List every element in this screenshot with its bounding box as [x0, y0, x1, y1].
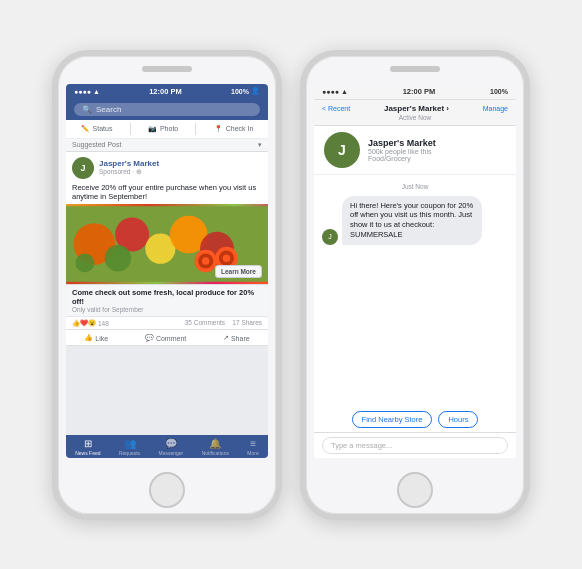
post-sponsored: Sponsored · ⊕ [99, 168, 262, 176]
user-icon: 👤 [251, 87, 260, 95]
photo-button[interactable]: 📷 Photo [148, 125, 178, 133]
checkin-button[interactable]: 📍 Check In [214, 125, 254, 133]
comments-count: 35 Comments [185, 319, 225, 326]
shares-count: 17 Shares [232, 319, 262, 326]
share-label: Share [231, 335, 250, 342]
svg-point-13 [75, 253, 94, 272]
nav-more[interactable]: ≡ More [247, 438, 258, 456]
checkin-icon: 📍 [214, 125, 223, 133]
comment-icon: 💬 [145, 334, 154, 342]
engagement-stats: 35 Comments 17 Shares [185, 319, 262, 327]
comment-label: Comment [156, 335, 186, 342]
sender-avatar: J [322, 229, 338, 245]
nav-news-feed[interactable]: ⊞ News Feed [75, 438, 100, 456]
nav-notifications[interactable]: 🔔 Notifications [202, 438, 229, 456]
post-stats: 👍❤️😮 148 35 Comments 17 Shares [66, 316, 268, 329]
notifications-label: Notifications [202, 450, 229, 456]
fb-time: 12:00 PM [149, 87, 182, 96]
business-category: Food/Grocery [368, 155, 436, 162]
search-icon: 🔍 [82, 105, 92, 114]
divider2 [195, 123, 196, 135]
home-button-2[interactable] [397, 472, 433, 508]
msg-time: 12:00 PM [403, 87, 436, 96]
messenger-screen: ●●●● ▲ 12:00 PM 100% < Recent Jasper's M… [314, 84, 516, 458]
notifications-icon: 🔔 [209, 438, 221, 449]
news-feed-icon: ⊞ [84, 438, 92, 449]
business-name: Jasper's Market [368, 138, 436, 148]
search-placeholder: Search [96, 105, 121, 114]
msg-battery: 100% [490, 88, 508, 95]
suggested-label: Suggested Post [72, 141, 121, 149]
signal-dots: ●●●● ▲ [74, 88, 100, 95]
nav-messenger[interactable]: 💬 Messenger [159, 438, 184, 456]
status-button[interactable]: ✏️ Status [81, 125, 113, 133]
chat-area: Just Now J Hi there! Here's your coupon … [314, 175, 516, 407]
suggested-banner: Suggested Post ▾ [66, 139, 268, 152]
likes-count: 148 [98, 320, 109, 327]
photo-icon: 📷 [148, 125, 157, 133]
conversation-title: Jasper's Market › [384, 104, 449, 113]
message-timestamp: Just Now [322, 183, 508, 190]
news-feed-label: News Feed [75, 450, 100, 456]
find-nearby-store-button[interactable]: Find Nearby Store [352, 411, 433, 428]
manage-button[interactable]: Manage [483, 105, 508, 112]
business-profile: J Jasper's Market 500k people like this … [314, 126, 516, 175]
business-likes: 500k people like this [368, 148, 436, 155]
back-button[interactable]: < Recent [322, 105, 350, 112]
post-image: Learn More [66, 204, 268, 284]
fb-battery: 100% 👤 [231, 87, 260, 95]
fb-status-bar: ●●●● ▲ 12:00 PM 100% 👤 [66, 84, 268, 99]
caption-title: Come check out some fresh, local produce… [72, 288, 262, 306]
messenger-phone: ●●●● ▲ 12:00 PM 100% < Recent Jasper's M… [300, 50, 530, 520]
fb-action-bar: 👍 Like 💬 Comment ↗ Share [66, 329, 268, 346]
facebook-screen: ●●●● ▲ 12:00 PM 100% 👤 🔍 Search [66, 84, 268, 458]
msg-status-bar: ●●●● ▲ 12:00 PM 100% [314, 84, 516, 100]
like-button[interactable]: 👍 Like [84, 334, 108, 342]
msg-wifi-icon: ▲ [341, 88, 348, 95]
more-icon: ≡ [250, 438, 256, 449]
post-container: J Jasper's Market Sponsored · ⊕ Receive … [66, 152, 268, 330]
fb-create-bar: ✏️ Status 📷 Photo 📍 Check In [66, 120, 268, 139]
like-label: Like [95, 335, 108, 342]
learn-more-button[interactable]: Learn More [215, 265, 262, 278]
photo-label: Photo [160, 125, 178, 132]
checkin-label: Check In [226, 125, 254, 132]
like-icon: 👍 [84, 334, 93, 342]
svg-point-12 [223, 254, 231, 262]
message-row: J Hi there! Here's your coupon for 20% o… [322, 196, 508, 245]
active-status: Active Now [322, 114, 508, 121]
requests-label: Requests [119, 450, 140, 456]
feed-spacer [66, 346, 268, 435]
status-icon: ✏️ [81, 125, 90, 133]
share-icon: ↗ [223, 334, 229, 342]
message-bubble: Hi there! Here's your coupon for 20% off… [342, 196, 482, 245]
status-label: Status [93, 125, 113, 132]
divider1 [130, 123, 131, 135]
suggested-chevron: ▾ [258, 141, 262, 149]
msg-header-top: < Recent Jasper's Market › Manage [322, 104, 508, 113]
more-label: More [247, 450, 258, 456]
nav-requests[interactable]: 👥 Requests [119, 438, 140, 456]
reactions: 👍❤️😮 148 [72, 319, 109, 327]
post-page-name[interactable]: Jasper's Market [99, 159, 262, 168]
home-button-1[interactable] [149, 472, 185, 508]
business-avatar: J [324, 132, 360, 168]
comment-button[interactable]: 💬 Comment [145, 334, 186, 342]
svg-point-4 [105, 245, 131, 271]
fb-search-bar[interactable]: 🔍 Search [74, 103, 260, 116]
messenger-header: < Recent Jasper's Market › Manage Active… [314, 100, 516, 126]
share-button[interactable]: ↗ Share [223, 334, 250, 342]
fb-bottom-nav: ⊞ News Feed 👥 Requests 💬 Messenger 🔔 Not… [66, 435, 268, 458]
post-caption: Come check out some fresh, local produce… [66, 284, 268, 316]
quick-replies: Find Nearby Store Hours [314, 407, 516, 432]
message-input-bar: Type a message... [314, 432, 516, 458]
messenger-label: Messenger [159, 450, 184, 456]
post-page-avatar: J [72, 157, 94, 179]
caption-sub: Only valid for September [72, 306, 262, 313]
reaction-emoji: 👍❤️😮 [72, 319, 96, 327]
svg-point-9 [202, 257, 210, 265]
requests-icon: 👥 [124, 438, 136, 449]
msg-signal: ●●●● ▲ [322, 88, 348, 95]
message-input[interactable]: Type a message... [322, 437, 508, 454]
hours-button[interactable]: Hours [438, 411, 478, 428]
